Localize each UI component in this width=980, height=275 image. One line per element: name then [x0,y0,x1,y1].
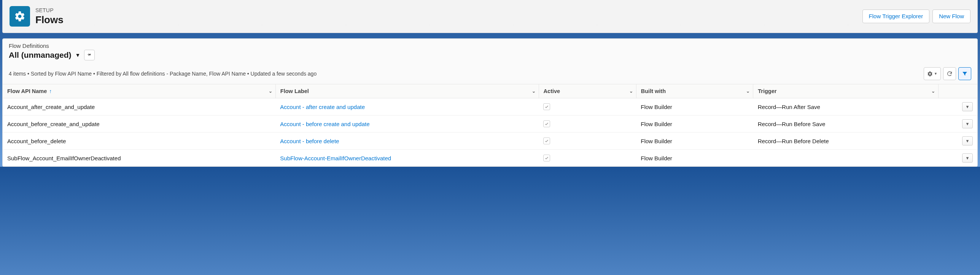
filter-button[interactable] [958,67,971,80]
cell-active [539,150,636,167]
sort-ascending-icon: ↑ [49,88,52,94]
check-icon [544,156,549,160]
table-row: Account_before_create_and_updateAccount … [3,115,977,133]
column-label: Trigger [758,88,776,94]
check-icon [544,122,549,126]
list-view-controls-button[interactable]: ▼ [924,67,941,80]
row-actions-button[interactable]: ▼ [962,153,973,163]
column-menu-icon[interactable]: ⌄ [532,89,536,94]
cell-built-with: Flow Builder [636,98,753,115]
pin-list-view-button[interactable] [84,50,95,60]
page-eyebrow: SETUP [35,7,857,13]
cell-label: Account - after create and update [275,98,539,115]
cell-actions: ▼ [938,115,977,133]
chevron-down-icon: ▼ [966,156,970,160]
page-title: Flows [35,14,857,26]
cell-active [539,98,636,115]
row-actions-button[interactable]: ▼ [962,102,973,111]
gear-icon [14,11,25,22]
column-label: Active [544,88,560,94]
cell-built-with: Flow Builder [636,150,753,167]
column-label: Built with [641,88,666,94]
flow-label-link[interactable]: Account - after create and update [280,104,365,110]
flow-trigger-explorer-button[interactable]: Flow Trigger Explorer [862,9,930,23]
chevron-down-icon: ▼ [966,104,970,109]
cell-active [539,133,636,150]
cell-actions: ▼ [938,150,977,167]
cell-actions: ▼ [938,98,977,115]
active-checkbox [543,103,550,110]
column-label: Flow Label [280,88,309,94]
check-icon [544,104,549,109]
cell-trigger [753,150,939,167]
column-label: Flow API Name [7,88,47,94]
column-menu-icon[interactable]: ⌄ [746,89,750,94]
flows-app-icon [10,6,30,27]
cell-api-name: Account_before_delete [3,133,275,150]
cell-trigger: Record—Run Before Save [753,115,939,133]
column-header-api-name[interactable]: Flow API Name ↑ ⌄ [3,84,275,98]
list-status-text: 4 items • Sorted by Flow API Name • Filt… [9,71,317,77]
column-header-active[interactable]: Active ⌄ [539,84,636,98]
chevron-down-icon: ▼ [966,122,970,126]
column-menu-icon[interactable]: ⌄ [629,89,633,94]
cell-api-name: Account_before_create_and_update [3,115,275,133]
refresh-button[interactable] [943,67,956,80]
cell-api-name: SubFlow_Account_EmailIfOwnerDeactivated [3,150,275,167]
cell-api-name: Account_after_create_and_update [3,98,275,115]
cell-label: SubFlow-Account-EmailIfOwnerDeactivated [275,150,539,167]
flow-label-link[interactable]: Account - before delete [280,138,339,144]
filter-icon [962,71,968,77]
cell-label: Account - before create and update [275,115,539,133]
check-icon [544,139,549,143]
table-row: SubFlow_Account_EmailIfOwnerDeactivatedS… [3,150,977,167]
column-header-built-with[interactable]: Built with ⌄ [636,84,753,98]
table-row: Account_after_create_and_updateAccount -… [3,98,977,115]
pin-icon [87,52,92,58]
refresh-icon [947,71,953,77]
flow-label-link[interactable]: Account - before create and update [280,121,369,127]
row-actions-button[interactable]: ▼ [962,119,973,128]
active-checkbox [543,138,550,144]
cell-active [539,115,636,133]
chevron-down-icon[interactable]: ▼ [75,52,81,58]
object-label: Flow Definitions [9,43,971,49]
cell-trigger: Record—Run After Save [753,98,939,115]
cell-built-with: Flow Builder [636,115,753,133]
column-header-actions [938,84,977,98]
column-menu-icon[interactable]: ⌄ [269,89,272,94]
list-view-name[interactable]: All (unmanaged) [9,51,72,60]
list-card: Flow Definitions All (unmanaged) ▼ 4 ite… [2,38,978,167]
column-header-label[interactable]: Flow Label ⌄ [275,84,539,98]
new-flow-button[interactable]: New Flow [932,9,970,23]
active-checkbox [543,155,550,161]
chevron-down-icon: ▼ [934,72,937,76]
chevron-down-icon: ▼ [966,139,970,143]
cell-label: Account - before delete [275,133,539,150]
cell-built-with: Flow Builder [636,133,753,150]
active-checkbox [543,120,550,127]
column-header-trigger[interactable]: Trigger ⌄ [753,84,939,98]
row-actions-button[interactable]: ▼ [962,136,973,145]
flow-label-link[interactable]: SubFlow-Account-EmailIfOwnerDeactivated [280,155,391,161]
column-menu-icon[interactable]: ⌄ [931,89,935,94]
page-header: SETUP Flows Flow Trigger Explorer New Fl… [2,0,978,33]
table-row: Account_before_deleteAccount - before de… [3,133,977,150]
cell-trigger: Record—Run Before Delete [753,133,939,150]
flows-table: Flow API Name ↑ ⌄ Flow Label ⌄ Active ⌄ [3,84,977,166]
gear-icon [927,71,933,77]
cell-actions: ▼ [938,133,977,150]
